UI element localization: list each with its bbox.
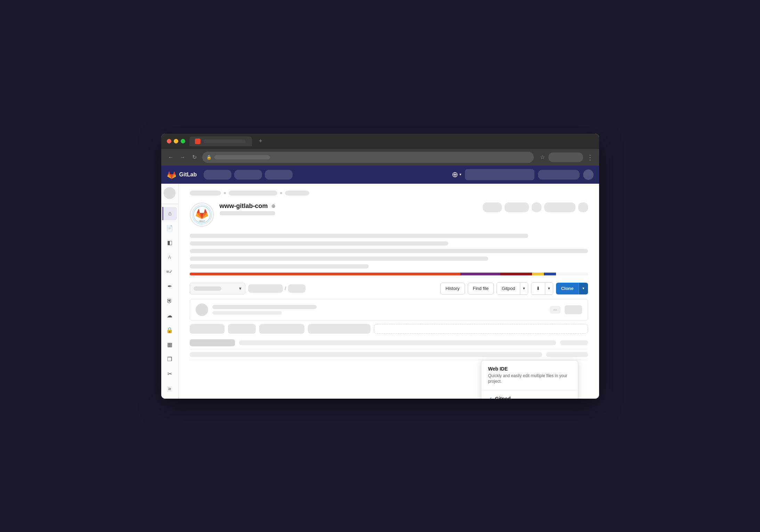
sidebar-item-deployments[interactable]: ✒ (163, 280, 176, 293)
maximize-button[interactable] (181, 139, 185, 143)
breadcrumb-separator-1 (224, 192, 226, 194)
sidebar-divider-1 (161, 204, 178, 204)
gitpod-dropdown-title: Gitpod (495, 396, 571, 398)
new-dropdown-button[interactable]: ⊕ ▾ (452, 170, 461, 179)
path-segment-2[interactable] (288, 284, 305, 293)
skeleton-line-2 (190, 241, 449, 246)
repository-icon: 📄 (166, 225, 173, 231)
gitlab-nav-action-1[interactable] (538, 170, 580, 180)
packages-icon: ☁ (167, 312, 172, 319)
browser-titlebar: + (161, 134, 599, 149)
breadcrumb (190, 191, 588, 196)
breadcrumb-item-2[interactable] (229, 191, 277, 196)
find-file-label: Find file (473, 286, 489, 291)
forward-button[interactable]: → (179, 154, 187, 160)
download-dropdown-button[interactable]: ▾ (545, 283, 553, 294)
sidebar: ⌂ 📄 ◧ ⑃ ≡✓ ✒ ⛨ ☁ 🔒 (161, 184, 179, 399)
sidebar-item-ci[interactable]: ≡✓ (163, 265, 176, 279)
clone-dropdown-button[interactable]: ▾ (579, 283, 588, 294)
action-button-4[interactable] (544, 202, 575, 212)
project-avatar-container: ABOUT (190, 202, 214, 227)
sidebar-item-infrastructure[interactable]: 🔒 (163, 324, 176, 337)
gitpod-split-button[interactable]: Gitpod ▾ (497, 282, 528, 295)
file-list-item-2[interactable] (228, 324, 256, 334)
sidebar-item-repository[interactable]: 📄 (163, 222, 176, 235)
dropdown-item-web-ide[interactable]: Web IDE Quickly and easily edit multiple… (481, 360, 578, 390)
file-list-item-4[interactable] (308, 324, 370, 334)
path-segment-1[interactable] (248, 284, 283, 293)
clone-main-button[interactable]: Clone (556, 283, 578, 294)
back-button[interactable]: ← (167, 154, 175, 160)
sidebar-item-wiki[interactable]: ❐ (163, 353, 176, 366)
project-info: www-gitlab-com ⊕ (220, 202, 483, 216)
dropdown-item-gitpod-row: ✓ Gitpod Launch a ready-to-code developm… (488, 396, 571, 398)
file-toolbar: ▾ / History Find file Gitp (190, 282, 588, 295)
browser-tab[interactable] (189, 136, 252, 146)
file-list-item-1[interactable] (190, 324, 224, 334)
commit-more-button[interactable]: ··· (550, 306, 560, 314)
content-row-2 (190, 349, 588, 360)
file-list-item-3[interactable] (259, 324, 304, 334)
commit-more-label: ··· (553, 307, 557, 312)
skeleton-line-1 (190, 234, 528, 238)
sidebar-item-more[interactable]: » (163, 382, 176, 395)
web-ide-title: Web IDE (488, 366, 571, 372)
refresh-button[interactable]: ↻ (190, 154, 199, 160)
user-avatar[interactable] (583, 169, 594, 180)
gitlab-logo[interactable]: GitLab (167, 170, 197, 180)
action-button-2[interactable] (505, 202, 529, 212)
lang-seg-scss (460, 273, 500, 275)
visibility-icon: ⊕ (271, 203, 276, 209)
gitpod-dropdown-button[interactable]: ▾ (520, 283, 528, 294)
download-split-button[interactable]: ⬇ ▾ (531, 282, 553, 295)
sidebar-item-security[interactable]: ⛨ (163, 294, 176, 308)
gitlab-navbar: GitLab ⊕ ▾ (161, 166, 599, 184)
gitpod-main-button[interactable]: Gitpod (497, 283, 520, 294)
close-button[interactable] (167, 139, 171, 143)
dropdown-item-gitpod[interactable]: ✓ Gitpod Launch a ready-to-code developm… (481, 390, 578, 398)
commit-details (212, 305, 546, 315)
action-button-3[interactable] (532, 202, 541, 212)
gitlab-wordmark: GitLab (179, 172, 197, 178)
action-button-5[interactable] (578, 202, 588, 212)
infrastructure-icon: 🔒 (166, 327, 173, 333)
branch-selector[interactable]: ▾ (190, 283, 245, 294)
content-cell-5 (546, 352, 588, 357)
sidebar-item-packages[interactable]: ☁ (163, 309, 176, 322)
url-text (214, 155, 270, 159)
new-tab-button[interactable]: + (259, 138, 263, 145)
skeleton-line-3 (190, 249, 588, 253)
security-icon: ⛨ (167, 298, 172, 304)
download-main-button[interactable]: ⬇ (531, 283, 545, 294)
file-list-item-5[interactable] (374, 324, 588, 334)
nav-menu-item-2[interactable] (234, 170, 262, 180)
svg-text:ABOUT: ABOUT (199, 220, 205, 222)
nav-menu-item-3[interactable] (265, 170, 293, 180)
history-button[interactable]: History (440, 283, 465, 294)
content-cell-4 (190, 352, 542, 357)
breadcrumb-item-3[interactable] (285, 191, 309, 196)
sidebar-item-snippets[interactable]: ✂ (163, 367, 176, 381)
minimize-button[interactable] (174, 139, 178, 143)
address-bar[interactable]: 🔒 (202, 152, 534, 163)
clone-button[interactable]: Clone ▾ (556, 283, 588, 294)
gitlab-search-input[interactable] (465, 169, 534, 180)
path-separator-1: / (285, 286, 286, 291)
bookmark-button[interactable]: ☆ (540, 154, 545, 160)
find-file-button[interactable]: Find file (468, 283, 494, 294)
profile-chip[interactable] (548, 152, 583, 162)
sidebar-item-issues[interactable]: ◧ (163, 236, 176, 249)
sidebar-item-analytics[interactable]: ▦ (163, 338, 176, 351)
sidebar-item-home[interactable]: ⌂ (162, 207, 177, 220)
sidebar-item-merge-requests[interactable]: ⑃ (163, 251, 176, 264)
nav-menu-item-1[interactable] (204, 170, 231, 180)
dropdown-item-web-ide-row: Web IDE Quickly and easily edit multiple… (488, 366, 571, 385)
sidebar-project-avatar[interactable] (164, 187, 175, 199)
project-name-row: www-gitlab-com ⊕ (220, 202, 483, 210)
project-content: ABOUT www-gitlab-com ⊕ (179, 184, 599, 399)
breadcrumb-item-1[interactable] (190, 191, 221, 196)
browser-toolbar: ← → ↻ 🔒 ☆ ⋮ (161, 149, 599, 166)
browser-menu-button[interactable]: ⋮ (587, 153, 594, 161)
tab-title (203, 140, 245, 143)
action-button-1[interactable] (483, 202, 502, 212)
